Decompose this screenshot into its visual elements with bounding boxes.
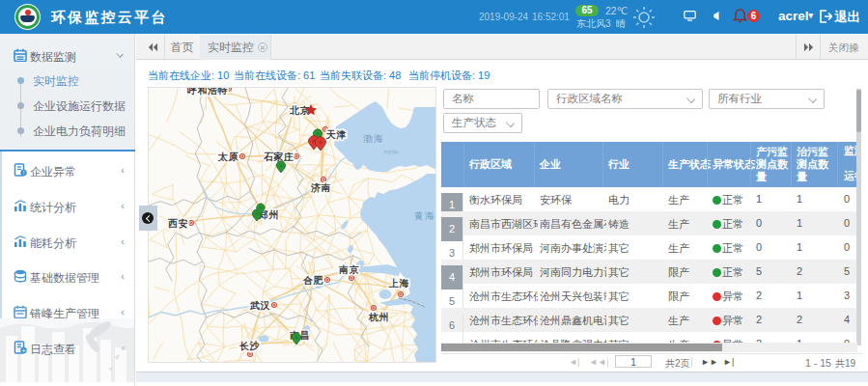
svg-text:杭州: 杭州 [368, 312, 389, 322]
svg-text:太原: 太原 [217, 152, 239, 162]
svg-text:呼和浩特: 呼和浩特 [187, 88, 228, 96]
svg-text:渤海海峡: 渤海海峡 [383, 150, 399, 154]
svg-text:石家庄: 石家庄 [263, 152, 294, 162]
svg-text:+: + [21, 346, 26, 354]
svg-text:西安: 西安 [167, 218, 188, 229]
svg-text:长沙: 长沙 [238, 341, 261, 351]
svg-text:上海: 上海 [388, 278, 409, 289]
svg-text:合肥: 合肥 [302, 275, 323, 286]
svg-text:黄海: 黄海 [414, 210, 435, 221]
svg-text:济南: 济南 [310, 182, 331, 193]
svg-text:南京: 南京 [339, 264, 360, 275]
svg-text:渤海: 渤海 [363, 133, 384, 144]
svg-text:武汉: 武汉 [249, 300, 271, 311]
svg-text:天津: 天津 [325, 129, 347, 140]
